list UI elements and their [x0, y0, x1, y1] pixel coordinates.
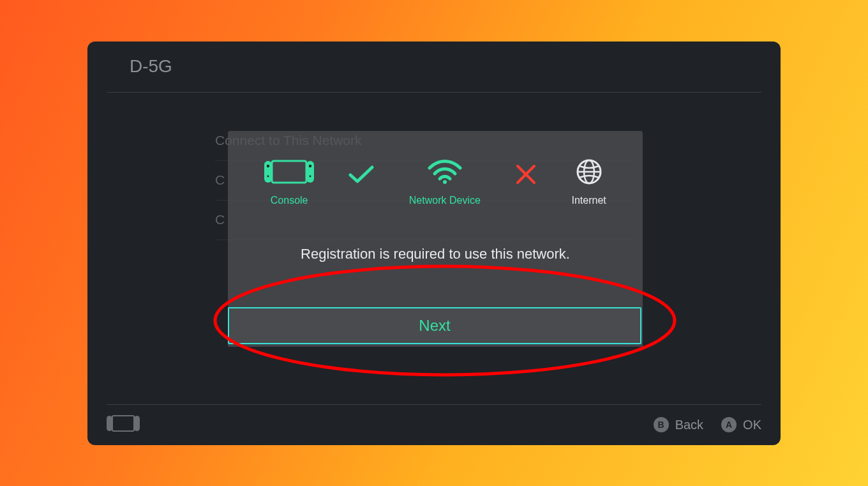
x-icon — [515, 159, 537, 190]
status-network-device: Network Device — [409, 156, 481, 206]
svg-rect-2 — [306, 161, 314, 183]
svg-rect-12 — [112, 416, 134, 431]
wifi-icon — [427, 156, 463, 187]
list-item-label: C — [215, 172, 225, 188]
b-button-icon: B — [654, 417, 669, 432]
connection-status-row: Console N — [228, 131, 643, 206]
next-button[interactable]: Next — [228, 307, 641, 344]
ok-label: OK — [743, 418, 761, 432]
a-button-icon: A — [721, 417, 737, 432]
status-console: Console — [264, 156, 314, 206]
footer-hints: B Back A OK — [654, 417, 761, 432]
list-item-label: C — [215, 212, 225, 227]
back-hint[interactable]: B Back — [654, 417, 703, 432]
footer-bar: B Back A OK — [107, 404, 761, 445]
svg-point-5 — [310, 175, 311, 177]
svg-point-3 — [267, 164, 269, 167]
page-background: D-5G Connect to This Network C C — [0, 0, 868, 486]
network-device-label: Network Device — [409, 195, 481, 206]
globe-icon — [576, 156, 602, 187]
page-title: D-5G — [130, 56, 172, 77]
svg-rect-0 — [272, 161, 306, 183]
svg-rect-13 — [107, 416, 112, 431]
console-label: Console — [271, 195, 308, 206]
back-label: Back — [675, 418, 703, 432]
svg-point-4 — [309, 164, 311, 167]
status-internet: Internet — [572, 156, 606, 206]
svg-rect-1 — [264, 161, 272, 183]
checkmark-icon — [348, 159, 374, 190]
header-bar: D-5G — [107, 42, 761, 93]
internet-label: Internet — [572, 195, 606, 206]
ok-hint[interactable]: A OK — [721, 417, 761, 432]
svg-rect-14 — [134, 416, 140, 431]
console-screen: D-5G Connect to This Network C C — [87, 42, 781, 445]
controller-icon — [107, 415, 140, 435]
next-button-label: Next — [419, 317, 450, 335]
svg-point-7 — [443, 180, 447, 184]
dialog-message: Registration is required to use this net… — [228, 246, 643, 262]
svg-point-6 — [267, 175, 269, 177]
console-icon — [264, 156, 314, 187]
